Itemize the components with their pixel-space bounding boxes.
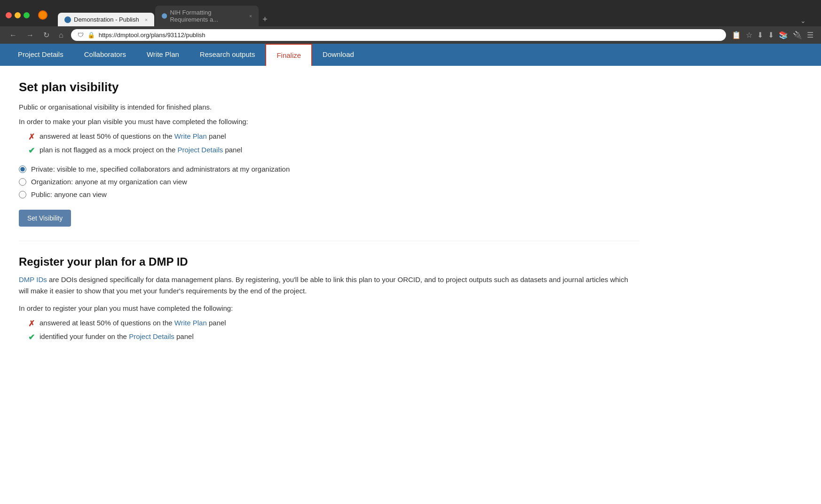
tab-inactive-close[interactable]: × (249, 13, 252, 19)
fail-icon-1: ✗ (28, 132, 35, 142)
checklist-item-2-text: plan is not flagged as a mock project on… (39, 146, 242, 154)
visibility-title: Set plan visibility (19, 80, 639, 94)
url-text: https://dmptool.org/plans/93112/publish (99, 32, 719, 39)
address-bar: ← → ↻ ⌂ 🛡 🔒 https://dmptool.org/plans/93… (0, 26, 821, 44)
tab-overflow-chevron[interactable]: ⌄ (797, 15, 810, 26)
nav-tab-finalize[interactable]: Finalize (265, 44, 312, 66)
browser-chrome: Demonstration - Publish × NIH Formatting… (0, 0, 821, 44)
minimize-button[interactable] (15, 12, 21, 18)
page-navigation: Project Details Collaborators Write Plan… (0, 44, 821, 66)
checklist-item-1: ✗ answered at least 50% of questions on … (28, 132, 639, 142)
dmp-description: DMP IDs are DOIs designed specifically f… (19, 274, 639, 297)
dmp-title: Register your plan for a DMP ID (19, 255, 639, 268)
dmp-checklist: ✗ answered at least 50% of questions on … (28, 319, 639, 342)
set-visibility-button[interactable]: Set Visibility (19, 210, 71, 227)
fail-icon-2: ✗ (28, 319, 35, 329)
tab-icon-inactive (162, 13, 167, 19)
dmp-instructions: In order to register your plan you must … (19, 304, 639, 312)
svg-point-2 (162, 13, 167, 18)
checklist-item-1-text: answered at least 50% of questions on th… (39, 132, 226, 140)
title-bar: Demonstration - Publish × NIH Formatting… (0, 0, 821, 26)
svg-point-1 (64, 16, 71, 23)
main-content: Set plan visibility Public or organisati… (0, 66, 658, 366)
visibility-subtitle: Public or organisational visibility is i… (19, 103, 639, 111)
back-button[interactable]: ← (8, 30, 19, 40)
dmp-checklist-item-2-text: identified your funder on the Project De… (39, 332, 194, 340)
tab-active-close[interactable]: × (145, 17, 148, 23)
radio-private[interactable]: Private: visible to me, specified collab… (19, 165, 639, 173)
radio-public-input[interactable] (19, 191, 26, 198)
dmp-ids-link[interactable]: DMP IDs (19, 276, 47, 284)
nav-tab-write-plan[interactable]: Write Plan (136, 44, 189, 66)
reload-button[interactable]: ↻ (41, 30, 51, 40)
pocket-icon[interactable]: ⬇ (757, 31, 763, 39)
new-tab-button[interactable]: + (259, 13, 271, 26)
dmp-checklist-item-2: ✔ identified your funder on the Project … (28, 332, 639, 342)
traffic-lights (6, 12, 30, 18)
project-details-link-1[interactable]: Project Details (178, 146, 223, 154)
pass-icon-1: ✔ (28, 146, 35, 156)
radio-organization-label: Organization: anyone at my organization … (31, 178, 187, 186)
radio-public[interactable]: Public: anyone can view (19, 190, 639, 198)
home-button[interactable]: ⌂ (57, 30, 65, 40)
section-divider (19, 241, 639, 241)
tab-active[interactable]: Demonstration - Publish × (58, 13, 154, 26)
tab-icon-active (64, 16, 71, 23)
write-plan-link-1[interactable]: Write Plan (174, 132, 207, 140)
nav-tab-project-details[interactable]: Project Details (8, 44, 74, 66)
checklist-item-2: ✔ plan is not flagged as a mock project … (28, 146, 639, 156)
lock-icon: 🔒 (87, 32, 95, 39)
maximize-button[interactable] (24, 12, 30, 18)
menu-icon[interactable]: ☰ (807, 31, 813, 39)
nav-tab-download[interactable]: Download (312, 44, 364, 66)
radio-private-label: Private: visible to me, specified collab… (31, 165, 290, 173)
radio-private-input[interactable] (19, 165, 26, 173)
project-details-link-2[interactable]: Project Details (129, 332, 174, 340)
extensions-icon[interactable]: 🔌 (793, 31, 802, 39)
visibility-section: Set plan visibility Public or organisati… (19, 80, 639, 227)
pass-icon-2: ✔ (28, 332, 35, 342)
tab-inactive-label: NIH Formatting Requirements a... (170, 9, 243, 23)
firefox-icon (37, 9, 48, 21)
tab-inactive[interactable]: NIH Formatting Requirements a... × (155, 6, 259, 26)
tab-active-label: Demonstration - Publish (74, 16, 139, 23)
url-bar[interactable]: 🛡 🔒 https://dmptool.org/plans/93112/publ… (71, 29, 726, 41)
dmp-checklist-item-1: ✗ answered at least 50% of questions on … (28, 319, 639, 329)
visibility-instructions: In order to make your plan visible you m… (19, 118, 639, 126)
radio-organization[interactable]: Organization: anyone at my organization … (19, 178, 639, 186)
nav-tab-collaborators[interactable]: Collaborators (74, 44, 136, 66)
library-icon[interactable]: 📚 (779, 31, 788, 39)
dmp-section: Register your plan for a DMP ID DMP IDs … (19, 255, 639, 342)
write-plan-link-2[interactable]: Write Plan (174, 319, 207, 327)
close-button[interactable] (6, 12, 12, 18)
downloads-icon[interactable]: ⬇ (768, 31, 774, 39)
nav-tab-research-outputs[interactable]: Research outputs (189, 44, 266, 66)
visibility-checklist: ✗ answered at least 50% of questions on … (28, 132, 639, 156)
toolbar-icons: 📋 ☆ ⬇ ⬇ 📚 🔌 ☰ (732, 31, 813, 39)
radio-organization-input[interactable] (19, 178, 26, 186)
bookmark-icon[interactable]: ☆ (746, 31, 752, 39)
reader-mode-icon[interactable]: 📋 (732, 31, 741, 39)
shield-icon: 🛡 (78, 32, 84, 39)
dmp-checklist-item-1-text: answered at least 50% of questions on th… (39, 319, 226, 327)
radio-public-label: Public: anyone can view (31, 190, 107, 198)
visibility-radio-group: Private: visible to me, specified collab… (19, 165, 639, 198)
forward-button[interactable]: → (24, 30, 36, 40)
